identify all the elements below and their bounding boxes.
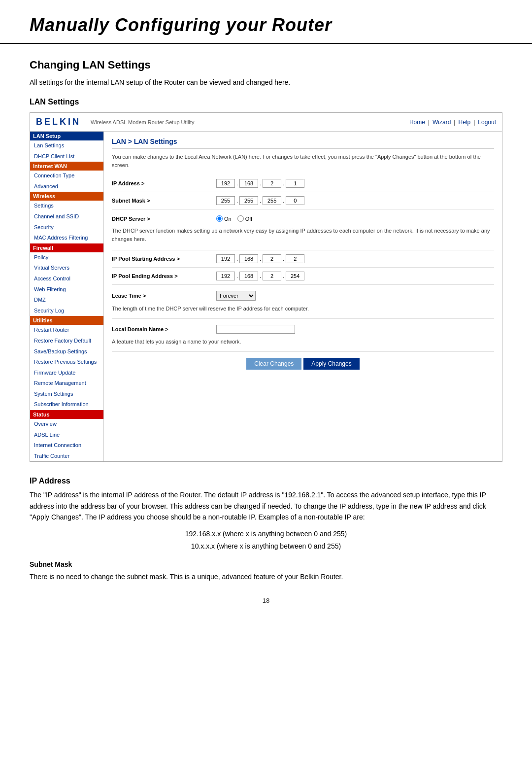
sidebar-internet-header: Internet WAN bbox=[30, 162, 103, 171]
sidebar-item-dhcp-client-list[interactable]: DHCP Client List bbox=[30, 151, 103, 162]
nav-logout[interactable]: Logout bbox=[478, 119, 496, 126]
sidebar-item-access-control[interactable]: Access Control bbox=[30, 274, 103, 284]
subnet-octet-3[interactable] bbox=[263, 196, 281, 205]
ip-address-inputs: . . . bbox=[216, 179, 304, 188]
clear-changes-button[interactable]: Clear Changes bbox=[246, 358, 301, 370]
router-tagline: Wireless ADSL Modem Router Setup Utility bbox=[91, 119, 409, 125]
local-domain-label: Local Domain Name > bbox=[112, 326, 210, 332]
sidebar-item-channel-ssid[interactable]: Channel and SSID bbox=[30, 211, 103, 222]
nav-home[interactable]: Home bbox=[409, 119, 425, 126]
dhcp-on-radio[interactable] bbox=[216, 215, 223, 222]
subnet-mask-inputs: . . . bbox=[216, 196, 304, 205]
ip-pool-end-row: IP Pool Ending Address > . . . bbox=[112, 268, 494, 285]
dhcp-off-label[interactable]: Off bbox=[237, 215, 252, 222]
ip-octet-4[interactable] bbox=[286, 179, 304, 188]
pool-start-octet-1[interactable] bbox=[216, 254, 235, 263]
dhcp-desc: The DHCP server function makes setting u… bbox=[112, 225, 494, 247]
panel-desc: You can make changes to the Local Area N… bbox=[112, 153, 494, 169]
nav-help[interactable]: Help bbox=[458, 119, 470, 126]
local-domain-desc: A feature that lets you assign a name to… bbox=[112, 337, 494, 348]
sidebar-lan-header: LAN Setup bbox=[30, 132, 103, 140]
pool-end-octet-3[interactable] bbox=[263, 272, 281, 280]
subnet-mask-row: Subnet Mask > . . . bbox=[112, 192, 494, 209]
sidebar: LAN Setup Lan Settings DHCP Client List … bbox=[30, 132, 104, 461]
sidebar-item-advanced[interactable]: Advanced bbox=[30, 181, 103, 192]
nav-wizard[interactable]: Wizard bbox=[432, 119, 451, 126]
sidebar-item-restore-previous[interactable]: Restore Previous Settings bbox=[30, 357, 103, 368]
page-title: Manually Configuring your Router bbox=[30, 15, 502, 35]
lease-time-select[interactable]: Forever bbox=[216, 291, 256, 301]
pool-start-octet-3[interactable] bbox=[263, 254, 281, 263]
panel-title: LAN > LAN Settings bbox=[112, 138, 494, 149]
section-title: Changing LAN Settings bbox=[30, 59, 502, 71]
ip-address-section-title: IP Address bbox=[30, 477, 502, 485]
sidebar-item-remote-mgmt[interactable]: Remote Management bbox=[30, 378, 103, 389]
sidebar-item-dmz[interactable]: DMZ bbox=[30, 295, 103, 306]
local-domain-block: Local Domain Name > A feature that lets … bbox=[112, 319, 494, 352]
pool-end-octet-4[interactable] bbox=[286, 272, 304, 280]
ip-pool-end-inputs: . . . bbox=[216, 272, 304, 280]
sidebar-item-settings[interactable]: Settings bbox=[30, 201, 103, 211]
pool-start-octet-4[interactable] bbox=[286, 254, 304, 263]
subnet-section-title: Subnet Mask bbox=[30, 560, 502, 568]
sidebar-status-header: Status bbox=[30, 410, 103, 419]
sidebar-item-firmware-update[interactable]: Firmware Update bbox=[30, 368, 103, 379]
sidebar-item-connection-type[interactable]: Connection Type bbox=[30, 171, 103, 181]
sidebar-item-lan-settings[interactable]: Lan Settings bbox=[30, 140, 103, 151]
ip-octet-1[interactable] bbox=[216, 179, 235, 188]
page-header: Manually Configuring your Router bbox=[0, 0, 532, 44]
pool-end-octet-2[interactable] bbox=[239, 272, 258, 280]
button-row: Clear Changes Apply Changes bbox=[112, 352, 494, 374]
sidebar-item-system-settings[interactable]: System Settings bbox=[30, 389, 103, 400]
subnet-octet-2[interactable] bbox=[239, 196, 258, 205]
dhcp-off-text: Off bbox=[245, 216, 252, 222]
lease-time-block: Lease Time > Forever The length of time … bbox=[112, 285, 494, 319]
subsection-title: LAN Settings bbox=[30, 98, 502, 106]
sidebar-wireless-header: Wireless bbox=[30, 192, 103, 201]
dhcp-server-row: DHCP Server > On Off bbox=[112, 212, 494, 225]
sidebar-item-subscriber-info[interactable]: Subscriber Information bbox=[30, 399, 103, 410]
local-domain-row: Local Domain Name > bbox=[112, 322, 494, 337]
ip-address-section-text: The "IP address" is the internal IP addr… bbox=[30, 489, 502, 522]
sidebar-item-web-filtering[interactable]: Web Filtering bbox=[30, 284, 103, 295]
dhcp-on-text: On bbox=[224, 216, 232, 222]
lease-time-row: Lease Time > Forever bbox=[112, 288, 494, 304]
local-domain-input[interactable] bbox=[216, 325, 295, 334]
router-nav: Home | Wizard | Help | Logout bbox=[409, 119, 496, 126]
router-frame: BELKIN Wireless ADSL Modem Router Setup … bbox=[30, 112, 502, 462]
dhcp-on-label[interactable]: On bbox=[216, 215, 232, 222]
sidebar-item-virtual-servers[interactable]: Virtual Servers bbox=[30, 263, 103, 274]
ip-address-row: IP Address > . . . bbox=[112, 175, 494, 192]
sidebar-item-policy[interactable]: Policy bbox=[30, 252, 103, 263]
subnet-octet-4[interactable] bbox=[286, 196, 304, 205]
sidebar-item-restart-router[interactable]: Restart Router bbox=[30, 325, 103, 336]
dhcp-off-radio[interactable] bbox=[237, 215, 244, 222]
sidebar-item-adsl-line[interactable]: ADSL Line bbox=[30, 430, 103, 441]
sidebar-item-traffic-counter[interactable]: Traffic Counter bbox=[30, 451, 103, 462]
ip-pool-start-inputs: . . . bbox=[216, 254, 304, 263]
pool-start-octet-2[interactable] bbox=[239, 254, 258, 263]
ip-pool-start-label: IP Pool Starting Address > bbox=[112, 256, 210, 262]
ip-octet-3[interactable] bbox=[263, 179, 281, 188]
sidebar-utilities-header: Utilities bbox=[30, 316, 103, 325]
belkin-logo: BELKIN bbox=[36, 117, 81, 127]
sidebar-item-security-log[interactable]: Security Log bbox=[30, 306, 103, 316]
sidebar-item-overview[interactable]: Overview bbox=[30, 419, 103, 430]
apply-changes-button[interactable]: Apply Changes bbox=[303, 358, 359, 370]
router-main: LAN > LAN Settings You can make changes … bbox=[104, 132, 502, 461]
ip-examples: 192.168.x.x (where x is anything between… bbox=[30, 528, 502, 553]
sidebar-item-internet-connection[interactable]: Internet Connection bbox=[30, 440, 103, 451]
router-topbar: BELKIN Wireless ADSL Modem Router Setup … bbox=[30, 113, 502, 132]
pool-end-octet-1[interactable] bbox=[216, 272, 235, 280]
sidebar-item-security[interactable]: Security bbox=[30, 222, 103, 233]
dhcp-radio-group: On Off bbox=[216, 215, 252, 222]
sidebar-item-mac-filtering[interactable]: MAC Address Filtering bbox=[30, 233, 103, 243]
ip-example-2: 10.x.x.x (where x is anything between 0 … bbox=[30, 540, 502, 553]
ip-octet-2[interactable] bbox=[239, 179, 258, 188]
subnet-octet-1[interactable] bbox=[216, 196, 235, 205]
router-body: LAN Setup Lan Settings DHCP Client List … bbox=[30, 132, 502, 461]
ip-address-label: IP Address > bbox=[112, 180, 210, 186]
sidebar-item-restore-factory[interactable]: Restore Factory Default bbox=[30, 336, 103, 346]
sidebar-item-save-backup[interactable]: Save/Backup Settings bbox=[30, 346, 103, 357]
subnet-mask-label: Subnet Mask > bbox=[112, 198, 210, 204]
